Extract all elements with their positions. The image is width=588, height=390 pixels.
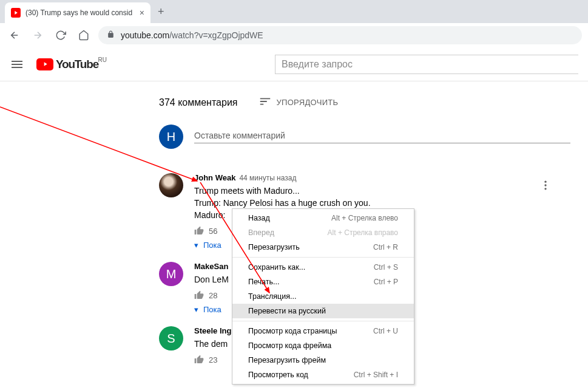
lock-icon bbox=[107, 30, 115, 41]
context-menu-item[interactable]: Сохранить как...Ctrl + S bbox=[232, 260, 414, 275]
tab-title: (30) Trump says he would consid bbox=[25, 9, 136, 17]
tab-close-button[interactable]: × bbox=[140, 8, 144, 18]
comments-count: 374 комментария bbox=[159, 97, 238, 108]
like-button[interactable]: 28 bbox=[194, 290, 217, 300]
context-menu-item[interactable]: Просмотр кода фрейма bbox=[232, 338, 414, 353]
browser-chrome: (30) Trump says he would consid × + yout… bbox=[0, 0, 588, 47]
context-menu-item[interactable]: ПерезагрузитьCtrl + R bbox=[232, 240, 414, 255]
context-menu-item[interactable]: Печать...Ctrl + P bbox=[232, 275, 414, 289]
chevron-down-icon: ▾ bbox=[194, 305, 198, 314]
comment-author[interactable]: MakeSan bbox=[194, 262, 228, 271]
like-button[interactable]: 23 bbox=[194, 355, 217, 364]
home-button[interactable] bbox=[75, 27, 92, 44]
commenter-avatar[interactable]: S bbox=[159, 326, 183, 351]
user-avatar[interactable]: Н bbox=[159, 125, 183, 149]
context-menu-item[interactable]: Перевести на русский bbox=[232, 304, 414, 318]
sort-label: УПОРЯДОЧИТЬ bbox=[277, 98, 339, 107]
comment-timestamp[interactable]: 44 минуты назад bbox=[239, 174, 296, 182]
context-menu-item[interactable]: Перезагрузить фрейм bbox=[232, 353, 414, 368]
commenter-avatar[interactable] bbox=[159, 173, 183, 197]
youtube-logo-icon bbox=[36, 58, 53, 70]
chevron-down-icon: ▾ bbox=[194, 241, 198, 250]
context-menu-item[interactable]: Трансляция... bbox=[232, 289, 414, 304]
context-menu-item[interactable]: Просмотреть кодCtrl + Shift + I bbox=[232, 368, 414, 382]
forward-button[interactable] bbox=[29, 27, 46, 44]
context-menu-item[interactable]: НазадAlt + Стрелка влево bbox=[232, 211, 414, 225]
sort-button[interactable]: УПОРЯДОЧИТЬ bbox=[259, 95, 339, 110]
youtube-logo-text: YouTube bbox=[56, 58, 98, 71]
youtube-logo[interactable]: YouTube RU bbox=[36, 58, 98, 71]
add-comment-row: Н Оставьте комментарий bbox=[159, 125, 588, 149]
youtube-region: RU bbox=[98, 56, 107, 63]
youtube-header: YouTube RU Введите запрос bbox=[0, 47, 588, 81]
youtube-favicon bbox=[11, 8, 21, 18]
svg-point-2 bbox=[544, 188, 546, 190]
reload-button[interactable] bbox=[52, 27, 69, 44]
comment-menu-button[interactable] bbox=[539, 173, 552, 197]
comment-author[interactable]: John Weak bbox=[194, 173, 235, 182]
like-button[interactable]: 56 bbox=[194, 226, 217, 236]
context-menu: НазадAlt + Стрелка влевоВпередAlt + Стре… bbox=[232, 208, 414, 385]
address-bar: youtube.com/watch?v=xgZgpOjpdWE bbox=[0, 23, 588, 47]
add-comment-input[interactable]: Оставьте комментарий bbox=[194, 131, 570, 143]
comment-author[interactable]: Steele Ing bbox=[194, 326, 231, 335]
svg-point-1 bbox=[544, 184, 546, 186]
commenter-avatar[interactable]: M bbox=[159, 262, 183, 286]
search-container: Введите запрос bbox=[275, 55, 578, 74]
svg-point-0 bbox=[544, 181, 546, 183]
url-box[interactable]: youtube.com/watch?v=xgZgpOjpdWE bbox=[98, 26, 582, 44]
back-button[interactable] bbox=[6, 27, 23, 44]
search-input[interactable]: Введите запрос bbox=[275, 55, 578, 74]
hamburger-menu-icon[interactable] bbox=[10, 57, 24, 72]
context-menu-item[interactable]: Просмотр кода страницыCtrl + U bbox=[232, 324, 414, 338]
new-tab-button[interactable]: + bbox=[158, 5, 164, 18]
comments-header: 374 комментария УПОРЯДОЧИТЬ bbox=[159, 95, 588, 110]
url-host: youtube.com bbox=[121, 30, 169, 40]
context-menu-separator bbox=[232, 257, 414, 258]
context-menu-separator bbox=[232, 321, 414, 321]
url-path: /watch?v=xgZgpOjpdWE bbox=[169, 30, 263, 40]
browser-tab[interactable]: (30) Trump says he would consid × bbox=[5, 2, 150, 23]
context-menu-item: ВпередAlt + Стрелка вправо bbox=[232, 225, 414, 240]
sort-icon bbox=[259, 95, 272, 110]
tab-bar: (30) Trump says he would consid × + bbox=[0, 0, 588, 23]
